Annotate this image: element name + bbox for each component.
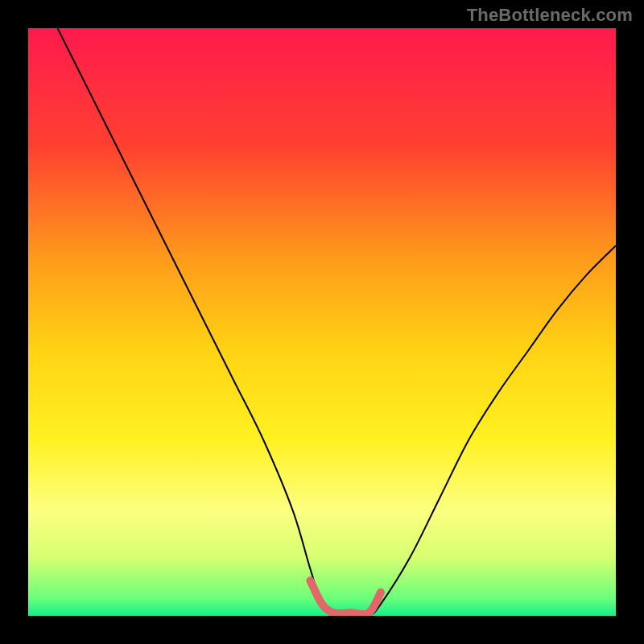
watermark-text: TheBottleneck.com bbox=[467, 5, 633, 26]
chart-background bbox=[28, 28, 616, 616]
chart-svg bbox=[28, 28, 616, 616]
bottleneck-chart bbox=[28, 28, 616, 616]
